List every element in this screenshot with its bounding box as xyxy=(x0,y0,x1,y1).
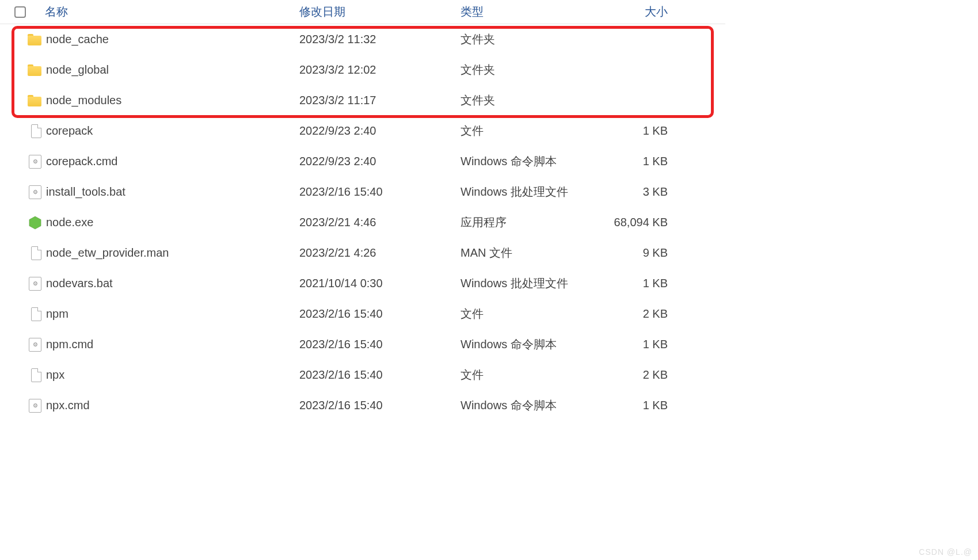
svg-marker-0 xyxy=(29,216,41,229)
file-row[interactable]: node_etw_provider.man2023/2/21 4:26MAN 文… xyxy=(0,238,725,268)
file-name: node_cache xyxy=(46,33,299,46)
file-name: nodevars.bat xyxy=(46,277,299,290)
file-date: 2023/2/16 15:40 xyxy=(299,399,461,412)
file-type: 文件 xyxy=(461,306,593,322)
file-date: 2023/2/16 15:40 xyxy=(299,368,461,382)
icon-col xyxy=(0,34,46,45)
watermark: CSDN @L.@ xyxy=(919,547,972,557)
file-icon xyxy=(31,368,41,382)
icon-col xyxy=(0,216,46,230)
file-type: Windows 命令脚本 xyxy=(461,337,593,352)
file-row[interactable]: node_global2023/3/2 12:02文件夹 xyxy=(0,55,725,85)
file-type: Windows 命令脚本 xyxy=(461,398,593,413)
file-name: node_etw_provider.man xyxy=(46,246,299,260)
file-date: 2023/2/16 15:40 xyxy=(299,185,461,199)
file-size: 1 KB xyxy=(593,338,673,351)
file-type: 文件 xyxy=(461,123,593,139)
file-row[interactable]: npx2023/2/16 15:40文件2 KB xyxy=(0,360,725,390)
file-icon xyxy=(31,246,41,260)
file-size: 1 KB xyxy=(593,277,673,290)
icon-col xyxy=(0,399,46,413)
file-row[interactable]: npx.cmd2023/2/16 15:40Windows 命令脚本1 KB xyxy=(0,390,725,421)
header-date[interactable]: 修改日期 xyxy=(299,4,461,20)
file-name: npx.cmd xyxy=(46,399,299,412)
file-name: install_tools.bat xyxy=(46,185,299,199)
file-name: npm xyxy=(46,307,299,321)
file-date: 2023/2/16 15:40 xyxy=(299,307,461,321)
icon-col xyxy=(0,307,46,321)
file-date: 2023/2/21 4:46 xyxy=(299,216,461,229)
file-explorer-list: 名称 修改日期 类型 大小 node_cache2023/3/2 11:32文件… xyxy=(0,0,725,421)
file-date: 2023/2/21 4:26 xyxy=(299,246,461,260)
file-name: npx xyxy=(46,368,299,382)
file-row[interactable]: nodevars.bat2021/10/14 0:30Windows 批处理文件… xyxy=(0,268,725,299)
file-size: 2 KB xyxy=(593,368,673,382)
file-type: 应用程序 xyxy=(461,215,593,230)
file-row[interactable]: node_cache2023/3/2 11:32文件夹 xyxy=(0,24,725,55)
file-row[interactable]: npm.cmd2023/2/16 15:40Windows 命令脚本1 KB xyxy=(0,329,725,360)
script-icon xyxy=(29,338,41,352)
file-row[interactable]: corepack.cmd2022/9/23 2:40Windows 命令脚本1 … xyxy=(0,146,725,177)
icon-col xyxy=(0,64,46,76)
icon-col xyxy=(0,338,46,352)
file-size: 1 KB xyxy=(593,155,673,168)
file-date: 2023/2/16 15:40 xyxy=(299,338,461,351)
script-icon xyxy=(29,185,41,199)
icon-col xyxy=(0,124,46,138)
select-all-checkbox[interactable] xyxy=(14,6,26,18)
folder-icon xyxy=(28,95,41,106)
script-icon xyxy=(29,155,41,169)
file-size: 9 KB xyxy=(593,246,673,260)
icon-col xyxy=(0,246,46,260)
file-type: MAN 文件 xyxy=(461,245,593,261)
header-type[interactable]: 类型 xyxy=(461,4,593,20)
file-date: 2023/3/2 11:32 xyxy=(299,33,461,46)
file-row[interactable]: node_modules2023/3/2 11:17文件夹 xyxy=(0,85,725,116)
file-row[interactable]: install_tools.bat2023/2/16 15:40Windows … xyxy=(0,177,725,207)
icon-col xyxy=(0,95,46,106)
header-size[interactable]: 大小 xyxy=(593,4,673,20)
file-icon xyxy=(31,124,41,138)
file-type: 文件夹 xyxy=(461,93,593,108)
file-date: 2022/9/23 2:40 xyxy=(299,155,461,168)
file-date: 2023/3/2 12:02 xyxy=(299,63,461,77)
file-type: Windows 命令脚本 xyxy=(461,154,593,169)
file-icon xyxy=(31,307,41,321)
icon-col xyxy=(0,185,46,199)
script-icon xyxy=(29,399,41,413)
file-name: node_global xyxy=(46,63,299,77)
file-name: node_modules xyxy=(46,94,299,107)
file-type: Windows 批处理文件 xyxy=(461,276,593,291)
folder-icon xyxy=(28,34,41,45)
script-icon xyxy=(29,277,41,291)
file-type: 文件夹 xyxy=(461,32,593,47)
file-type: 文件夹 xyxy=(461,62,593,78)
file-size: 68,094 KB xyxy=(593,216,673,229)
file-size: 3 KB xyxy=(593,185,673,199)
icon-col xyxy=(0,277,46,291)
folder-icon xyxy=(28,64,41,76)
file-size: 1 KB xyxy=(593,124,673,138)
header-row: 名称 修改日期 类型 大小 xyxy=(0,0,725,24)
file-name: npm.cmd xyxy=(46,338,299,351)
file-date: 2023/3/2 11:17 xyxy=(299,94,461,107)
file-date: 2022/9/23 2:40 xyxy=(299,124,461,138)
file-row[interactable]: npm2023/2/16 15:40文件2 KB xyxy=(0,299,725,329)
checkbox-column xyxy=(0,6,40,18)
file-type: Windows 批处理文件 xyxy=(461,184,593,200)
file-row[interactable]: node.exe2023/2/21 4:46应用程序68,094 KB xyxy=(0,207,725,238)
file-name: node.exe xyxy=(46,216,299,229)
file-date: 2021/10/14 0:30 xyxy=(299,277,461,290)
file-size: 1 KB xyxy=(593,399,673,412)
file-name: corepack.cmd xyxy=(46,155,299,168)
node-exe-icon xyxy=(29,216,41,230)
file-name: corepack xyxy=(46,124,299,138)
file-type: 文件 xyxy=(461,367,593,383)
file-row[interactable]: corepack2022/9/23 2:40文件1 KB xyxy=(0,116,725,146)
icon-col xyxy=(0,368,46,382)
file-size: 2 KB xyxy=(593,307,673,321)
header-name[interactable]: 名称 xyxy=(40,4,299,20)
icon-col xyxy=(0,155,46,169)
